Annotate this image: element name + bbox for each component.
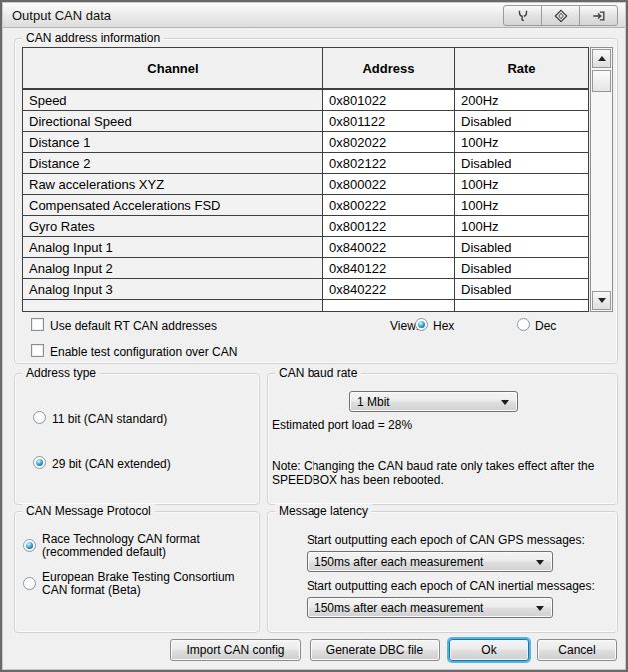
address-cell: 0x801022 [323, 90, 455, 110]
table-header: Channel Address Rate [23, 48, 588, 90]
protocol-ebtc-radio[interactable] [23, 577, 36, 590]
channel-cell: Directional Speed [23, 111, 323, 131]
chevron-down-icon [536, 560, 544, 565]
channel-cell: Gyro Rates [23, 216, 323, 236]
protocol-rt-radio[interactable] [23, 539, 36, 552]
address-cell: 0x801122 [323, 111, 455, 131]
rate-cell: Disabled [455, 111, 588, 131]
table-row-partial [23, 300, 588, 312]
column-header-address[interactable]: Address [323, 48, 455, 88]
scrollbar-thumb[interactable] [592, 70, 611, 92]
address-cell: 0x802122 [323, 153, 455, 173]
rate-cell: Disabled [455, 279, 588, 299]
column-header-channel[interactable]: Channel [23, 48, 323, 88]
rate-cell: 100Hz [455, 216, 588, 236]
view-hex-label[interactable]: Hex [433, 319, 454, 333]
channel-cell: Speed [23, 90, 323, 110]
inertial-latency-label: Start outputting each epoch of CAN inert… [307, 579, 595, 593]
table-row[interactable]: Directional Speed0x801122Disabled [23, 111, 588, 132]
table-row[interactable]: Distance 10x802022100Hz [23, 132, 588, 153]
rate-cell: 100Hz [455, 174, 588, 194]
channel-cell: Distance 1 [23, 132, 323, 152]
can-address-table: Channel Address Rate Speed0x801022200HzD… [22, 47, 589, 312]
exit-button[interactable] [579, 5, 618, 26]
address-type-group: Address type [14, 373, 260, 505]
view-hex-radio[interactable] [415, 318, 428, 331]
can-address-info-group-label: CAN address information [22, 31, 164, 45]
window-title: Output CAN data [12, 8, 111, 23]
baud-rate-dropdown[interactable]: 1 Mbit [349, 391, 518, 412]
table-scrollbar[interactable] [590, 47, 613, 312]
address-11bit-label[interactable]: 11 bit (CAN standard) [52, 412, 167, 426]
message-latency-group-label: Message latency [275, 504, 372, 518]
channel-cell: Compensated Accelerations FSD [23, 195, 323, 215]
rate-cell: 100Hz [455, 132, 588, 152]
address-cell: 0x800022 [323, 174, 455, 194]
gps-latency-dropdown[interactable]: 150ms after each measurement [307, 551, 553, 572]
protocol-rt-label[interactable]: Race Technology CAN format (recommended … [42, 533, 254, 559]
generate-dbc-file-button[interactable]: Generate DBC file [310, 639, 440, 661]
address-cell: 0x800222 [323, 195, 455, 215]
use-default-addresses-label[interactable]: Use default RT CAN addresses [50, 319, 217, 333]
ok-button[interactable]: Ok [449, 639, 529, 661]
scroll-up-button[interactable] [592, 49, 611, 68]
inertial-latency-value: 150ms after each measurement [314, 601, 483, 615]
output-can-data-dialog: Output CAN data CAN address information [0, 0, 628, 672]
rate-cell: Disabled [455, 237, 588, 257]
cancel-button[interactable]: Cancel [537, 639, 617, 661]
rate-cell: Disabled [455, 258, 588, 278]
gps-latency-value: 150ms after each measurement [314, 555, 483, 569]
address-cell: 0x840022 [323, 237, 455, 257]
table-body: Speed0x801022200HzDirectional Speed0x801… [23, 90, 588, 300]
channel-cell: Analog Input 3 [23, 279, 323, 299]
column-header-rate[interactable]: Rate [455, 48, 588, 88]
address-type-group-label: Address type [22, 366, 100, 380]
baud-rate-value: 1 Mbit [357, 395, 390, 409]
table-row[interactable]: Compensated Accelerations FSD0x800222100… [23, 195, 588, 216]
exit-icon [592, 9, 606, 23]
channel-cell: Analog Input 1 [23, 237, 323, 257]
chevron-down-icon [501, 400, 509, 405]
port-load-text: Estimated port load = 28% [272, 418, 412, 432]
rate-cell: 200Hz [455, 90, 588, 110]
channel-cell: Distance 2 [23, 153, 323, 173]
table-row[interactable]: Speed0x801022200Hz [23, 90, 588, 111]
import-can-config-button[interactable]: Import CAN config [170, 639, 301, 661]
wrench-button[interactable] [503, 5, 542, 26]
table-row[interactable]: Raw accelerations XYZ0x800022100Hz [23, 174, 588, 195]
use-default-addresses-checkbox[interactable] [31, 318, 44, 331]
scroll-down-icon [598, 298, 606, 303]
gps-latency-label: Start outputting each epoch of CAN GPS m… [307, 533, 585, 547]
scroll-up-icon [598, 56, 606, 61]
view-dec-label[interactable]: Dec [535, 319, 556, 333]
inertial-latency-dropdown[interactable]: 150ms after each measurement [307, 597, 553, 618]
table-row[interactable]: Analog Input 30x840222Disabled [23, 279, 588, 300]
chevron-down-icon [536, 606, 544, 611]
address-29bit-radio[interactable] [33, 456, 46, 469]
channel-cell: Analog Input 2 [23, 258, 323, 278]
rate-cell: Disabled [455, 153, 588, 173]
address-cell: 0x802022 [323, 132, 455, 152]
address-cell: 0x840122 [323, 258, 455, 278]
move-button[interactable] [541, 5, 580, 26]
table-row[interactable]: Analog Input 10x840022Disabled [23, 237, 588, 258]
table-row[interactable]: Analog Input 20x840122Disabled [23, 258, 588, 279]
rate-cell: 100Hz [455, 195, 588, 215]
wrench-icon [516, 9, 530, 23]
address-29bit-label[interactable]: 29 bit (CAN extended) [52, 457, 171, 471]
enable-test-config-label[interactable]: Enable test configuration over CAN [50, 345, 237, 359]
address-11bit-radio[interactable] [33, 411, 46, 424]
address-cell: 0x840222 [323, 279, 455, 299]
caption-button-group [504, 5, 618, 26]
table-row[interactable]: Gyro Rates0x800122100Hz [23, 216, 588, 237]
protocol-ebtc-label[interactable]: European Brake Testing Consortium CAN fo… [42, 571, 260, 597]
can-baud-rate-group-label: CAN baud rate [275, 366, 361, 380]
table-row[interactable]: Distance 20x802122Disabled [23, 153, 588, 174]
scroll-down-button[interactable] [592, 291, 611, 310]
enable-test-config-checkbox[interactable] [31, 344, 44, 357]
view-dec-radio[interactable] [517, 318, 530, 331]
title-bar[interactable]: Output CAN data [3, 3, 625, 28]
channel-cell: Raw accelerations XYZ [23, 174, 323, 194]
move-icon [554, 9, 568, 23]
can-message-protocol-group-label: CAN Message Protocol [22, 504, 155, 518]
